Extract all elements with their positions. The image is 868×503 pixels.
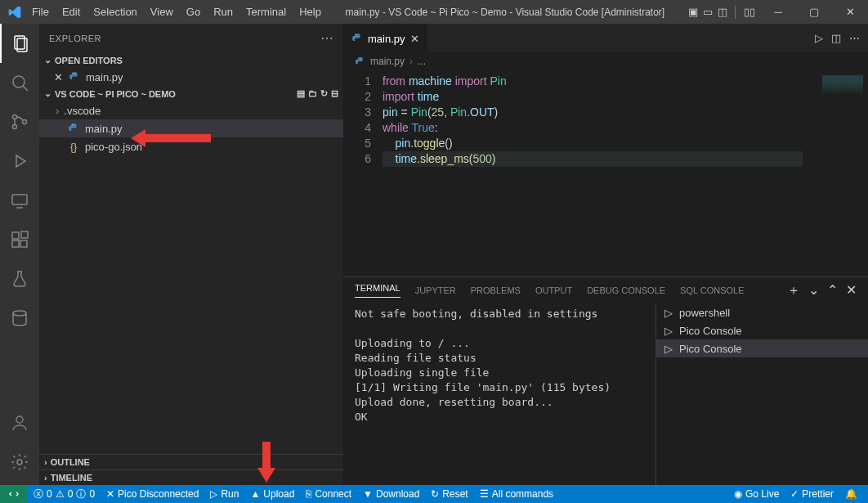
workspace-section[interactable]: ⌄ VS CODE ~ PI PICO ~ DEMO ▤ 🗀 ↻ ⊟ <box>39 86 343 101</box>
activity-testing-icon[interactable] <box>0 259 39 299</box>
status-bell[interactable]: 🔔 <box>839 488 863 500</box>
window-minimize-icon[interactable]: ─ <box>760 0 796 24</box>
code-editor[interactable]: 123456 from machine import Pin import ti… <box>343 70 868 276</box>
tree-file-picojson[interactable]: {} pico-go.json <box>39 137 343 155</box>
new-terminal-icon[interactable]: ＋ <box>787 282 800 299</box>
run-file-icon[interactable]: ▷ <box>815 32 823 44</box>
open-editors-section[interactable]: ⌄ OPEN EDITORS <box>39 52 343 68</box>
toggle-panel-icon[interactable]: ▭ <box>703 6 713 18</box>
shell-icon: ▷ <box>664 343 673 355</box>
upload-icon: ▲ <box>250 488 260 500</box>
close-icon[interactable]: ✕ <box>54 71 63 83</box>
panel-tab-jupyter[interactable]: JUPYTER <box>415 285 456 295</box>
menu-edit[interactable]: Edit <box>56 2 86 21</box>
window-close-icon[interactable]: ✕ <box>832 0 868 24</box>
tree-folder-vscode[interactable]: › .vscode <box>39 101 343 119</box>
new-folder-icon[interactable]: 🗀 <box>308 88 317 99</box>
activity-remote-icon[interactable] <box>0 181 39 220</box>
svg-point-4 <box>13 115 17 119</box>
breadcrumb[interactable]: main.py › ... <box>343 52 868 70</box>
toggle-primary-sidebar-icon[interactable]: ▣ <box>688 6 698 18</box>
svg-point-18 <box>72 124 73 125</box>
status-all-commands[interactable]: ☰All commands <box>474 488 559 500</box>
breadcrumb-more: ... <box>418 56 426 67</box>
activity-scm-icon[interactable] <box>0 102 39 141</box>
toggle-secondary-sidebar-icon[interactable]: ◫ <box>718 6 727 18</box>
panel-tab-debug[interactable]: DEBUG CONSOLE <box>587 285 665 295</box>
activity-bar <box>0 24 39 485</box>
breadcrumb-file: main.py <box>370 56 405 67</box>
tree-file-main[interactable]: main.py <box>39 119 343 137</box>
status-connect[interactable]: ⎘Connect <box>300 488 357 500</box>
line-gutter: 123456 <box>343 70 383 276</box>
svg-point-5 <box>13 125 17 129</box>
svg-point-2 <box>13 76 25 88</box>
svg-rect-12 <box>20 240 27 247</box>
status-upload[interactable]: ▲Upload <box>244 488 300 500</box>
tab-close-icon[interactable]: ✕ <box>410 33 419 45</box>
window-maximize-icon[interactable]: ▢ <box>796 0 832 24</box>
terminal-item-powershell[interactable]: ▷powershell <box>656 303 868 321</box>
menu-selection[interactable]: Selection <box>87 2 142 21</box>
panel-tab-terminal[interactable]: TERMINAL <box>355 283 400 298</box>
activity-search-icon[interactable] <box>0 63 39 102</box>
explorer-more-icon[interactable]: ⋯ <box>320 30 334 46</box>
refresh-icon[interactable]: ↻ <box>320 88 328 99</box>
menu-run[interactable]: Run <box>208 2 239 21</box>
chevron-right-icon: › <box>56 105 59 117</box>
activity-explorer-icon[interactable] <box>0 24 39 63</box>
panel: TERMINAL JUPYTER PROBLEMS OUTPUT DEBUG C… <box>343 276 868 485</box>
editor-area: main.py ✕ ▷ ◫ ⋯ main.py › ... 123456 fro… <box>343 24 868 485</box>
customize-layout-icon[interactable]: ▯▯ <box>744 6 755 18</box>
status-problems[interactable]: ⓧ0 ⚠0 ⓘ0 <box>28 487 101 501</box>
open-editor-item[interactable]: ✕ main.py <box>39 68 343 86</box>
svg-rect-10 <box>12 232 19 239</box>
python-file-icon <box>68 71 81 83</box>
collapse-all-icon[interactable]: ⊟ <box>331 88 338 99</box>
play-icon: ▷ <box>210 488 217 500</box>
warning-icon: ⚠ <box>56 488 65 500</box>
new-file-icon[interactable]: ▤ <box>297 88 305 99</box>
activity-debug-icon[interactable] <box>0 141 39 181</box>
remote-indicator[interactable] <box>0 485 28 503</box>
activity-extensions-icon[interactable] <box>0 220 39 259</box>
terminal-item-pico2[interactable]: ▷Pico Console <box>656 339 868 357</box>
outline-section[interactable]: › OUTLINE <box>39 454 343 469</box>
terminal-dropdown-icon[interactable]: ⌄ <box>808 282 819 299</box>
status-prettier[interactable]: ✓Prettier <box>785 488 839 500</box>
chevron-right-icon: › <box>409 56 413 67</box>
maximize-panel-icon[interactable]: ⌃ <box>827 282 838 299</box>
status-download[interactable]: ▼Download <box>357 488 425 500</box>
explorer-sidebar: EXPLORER ⋯ ⌄ OPEN EDITORS ✕ main.py ⌄ VS… <box>39 24 343 485</box>
python-file-icon <box>351 33 363 44</box>
status-run[interactable]: ▷Run <box>204 488 244 500</box>
panel-tab-problems[interactable]: PROBLEMS <box>471 285 521 295</box>
status-pico-disconnected[interactable]: ✕Pico Disconnected <box>101 488 204 500</box>
editor-tab-main[interactable]: main.py ✕ <box>343 24 428 52</box>
menu-help[interactable]: Help <box>293 2 327 21</box>
split-editor-icon[interactable]: ◫ <box>831 32 841 44</box>
menu-file[interactable]: File <box>26 2 55 21</box>
timeline-section[interactable]: › TIMELINE <box>39 469 343 485</box>
terminal-output[interactable]: Not safe booting, disabled in settings U… <box>343 303 655 485</box>
activity-settings-icon[interactable] <box>0 442 39 482</box>
workspace-label: VS CODE ~ PI PICO ~ DEMO <box>55 89 176 99</box>
download-icon: ▼ <box>363 488 373 500</box>
titlebar: File Edit Selection View Go Run Terminal… <box>0 0 868 24</box>
menu-terminal[interactable]: Terminal <box>240 2 292 21</box>
status-reset[interactable]: ↻Reset <box>425 488 473 500</box>
list-icon: ☰ <box>480 488 489 500</box>
menu-go[interactable]: Go <box>181 2 206 21</box>
close-panel-icon[interactable]: ✕ <box>846 282 857 299</box>
panel-tab-sql[interactable]: SQL CONSOLE <box>680 285 744 295</box>
python-file-icon <box>67 123 80 134</box>
status-golive[interactable]: ◉Go Live <box>728 488 785 500</box>
minimap[interactable] <box>803 70 868 276</box>
more-actions-icon[interactable]: ⋯ <box>849 32 860 44</box>
terminal-item-pico1[interactable]: ▷Pico Console <box>656 321 868 339</box>
activity-account-icon[interactable] <box>0 403 39 442</box>
activity-database-icon[interactable] <box>0 299 39 338</box>
menu-view[interactable]: View <box>145 2 179 21</box>
file-label: pico-go.json <box>85 141 142 153</box>
panel-tab-output[interactable]: OUTPUT <box>535 285 572 295</box>
